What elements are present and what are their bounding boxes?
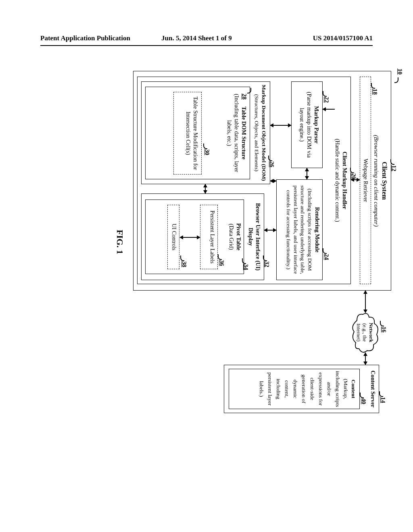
markup-parser-sub: (Parse markup into DOM via layout engine… xyxy=(298,84,312,165)
ref-34: 34 xyxy=(242,264,249,270)
ref-40: 40 xyxy=(360,398,367,404)
client-system-sub: (Browser running on client computer) xyxy=(372,75,380,287)
ref-22: 22 xyxy=(323,97,330,103)
client-markup-handler-title: Client Markup Handler xyxy=(341,80,348,281)
browser-ui-title: Browser User Interface (UI) Display xyxy=(247,196,261,277)
arrow-icon xyxy=(264,230,276,231)
figure-1: 10 Client System (Browser running on cli… xyxy=(121,69,403,415)
arrow-icon xyxy=(180,237,200,238)
ref-38: 38 xyxy=(181,261,188,267)
persistent-layer-text: Persistent Layer Labels xyxy=(209,207,216,267)
ui-controls-box: UI Controls xyxy=(167,205,179,269)
table-dom-sub: (Including table data, scripts, layer la… xyxy=(225,89,240,177)
header-left: Patent Application Publication xyxy=(40,34,130,42)
markup-parser-title: Markup Parser xyxy=(313,84,320,165)
figure-caption: FIG. 1 xyxy=(115,230,125,254)
content-server-title: Content Server xyxy=(369,367,376,411)
header-right: US 2014/0157100 A1 xyxy=(313,34,373,42)
webpage-retriever-text: Webpage Retriever xyxy=(363,159,369,202)
ref-24: 24 xyxy=(323,254,330,260)
pivot-sub: (Data Grid) xyxy=(227,202,235,272)
ref-20: 20 xyxy=(350,173,357,179)
figure-rotated-container: 10 Client System (Browser running on cli… xyxy=(24,101,371,383)
client-system-title: Client System xyxy=(380,75,388,287)
rendering-module-box: Rendering Module (Including scripts for … xyxy=(276,179,323,280)
arrow-icon xyxy=(323,109,335,110)
persistent-layer-box: Persistent Layer Labels xyxy=(200,205,218,269)
header-rule xyxy=(40,45,373,46)
ref-28: 28 xyxy=(241,94,248,100)
arrow-icon xyxy=(351,179,360,180)
table-mod-box: Table Structure Modification for Interse… xyxy=(173,92,202,175)
arrow-icon xyxy=(205,184,206,193)
network-title: Network xyxy=(368,323,374,342)
dom-title: Markup Document Object Model (DOM) xyxy=(260,84,267,181)
ref-12: 12 xyxy=(390,165,397,171)
rendering-module-sub: (Including scripts for accessing DOM str… xyxy=(285,182,313,277)
network-cloud: Network (e.g., the Internet) xyxy=(351,312,379,353)
ref-26: 26 xyxy=(268,161,275,167)
table-dom-title: Table DOM Structure xyxy=(240,89,247,177)
ref-16: 16 xyxy=(380,326,387,332)
ref-10: 10 xyxy=(396,69,403,75)
ref-18: 18 xyxy=(371,89,378,95)
ui-controls-text: UI Controls xyxy=(170,207,177,267)
header-middle: Jun. 5, 2014 Sheet 1 of 9 xyxy=(161,34,232,42)
network-sub: (e.g., the Internet) xyxy=(356,323,368,341)
ref-32: 32 xyxy=(263,261,270,267)
ref-14: 14 xyxy=(380,397,386,403)
ref-30: 30 xyxy=(204,149,211,155)
content-body: (Markup, including scripts and/or expres… xyxy=(257,371,350,407)
arrow-icon xyxy=(365,353,366,365)
network-cloud-text: Network (e.g., the Internet) xyxy=(355,315,374,350)
ref-hook-icon xyxy=(379,391,383,397)
client-markup-handler-sub: (Handle static and dynamic content.) xyxy=(334,80,341,281)
content-box: Content (Markup, including scripts and/o… xyxy=(229,369,360,409)
ref-36: 36 xyxy=(218,260,225,266)
pivot-title: Pivot Table xyxy=(235,202,242,272)
markup-parser-box: Markup Parser (Parse markup into DOM via… xyxy=(291,81,323,168)
arrow-icon xyxy=(307,168,307,179)
arrow-icon xyxy=(270,125,291,126)
arrow-icon xyxy=(270,181,276,181)
arrow-icon xyxy=(365,291,366,313)
content-title: Content xyxy=(350,371,357,407)
patent-page: Patent Application Publication Jun. 5, 2… xyxy=(0,0,413,532)
rendering-module-title: Rendering Module xyxy=(313,182,321,277)
dom-sub: (Structures, Objects, and Elements) xyxy=(253,84,261,181)
table-mod-text: Table Structure Modification for Interse… xyxy=(184,95,199,172)
ref-hook-icon xyxy=(394,77,398,83)
webpage-retriever-box: Webpage Retriever xyxy=(360,77,371,284)
ref-hook-icon xyxy=(380,321,384,326)
